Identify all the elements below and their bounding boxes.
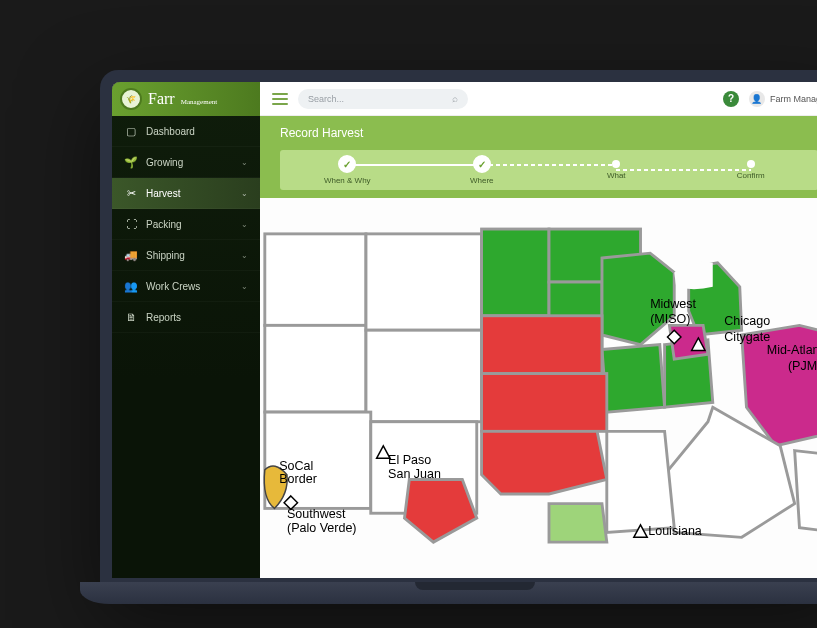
map-label: (Palo Verde)	[287, 521, 357, 535]
topbar: Search... ⌕ ? 👤 Farm Manage	[260, 82, 817, 116]
search-icon: ⌕	[452, 93, 458, 104]
map-label: Mid-Atlantic	[767, 343, 817, 357]
sidebar-item-work-crews[interactable]: 👥Work Crews⌄	[112, 271, 260, 302]
map-label: Citygate	[724, 330, 770, 344]
step-connector	[347, 164, 482, 166]
brand-name: Farr	[148, 90, 175, 108]
sidebar-item-label: Growing	[146, 157, 183, 168]
brand-sub: Management	[181, 98, 218, 106]
sidebar: 🌾 Farr Management ▢Dashboard🌱Growing⌄✂Ha…	[112, 82, 260, 578]
map-label: Southwest	[287, 507, 346, 521]
map-label: Border	[279, 472, 317, 486]
sidebar-item-dashboard[interactable]: ▢Dashboard	[112, 116, 260, 147]
state-shape[interactable]	[795, 451, 817, 533]
map-label: Midwest	[650, 297, 696, 311]
region-green[interactable]	[602, 345, 665, 412]
workcrews-icon: 👥	[124, 279, 138, 293]
region-red[interactable]	[405, 480, 477, 543]
region-red[interactable]	[482, 316, 602, 374]
reports-icon: 🗎	[124, 310, 138, 324]
packing-icon: ⛶	[124, 217, 138, 231]
step-what[interactable]: What	[549, 160, 684, 180]
region-red[interactable]	[482, 374, 607, 432]
growing-icon: 🌱	[124, 155, 138, 169]
sidebar-item-label: Dashboard	[146, 126, 195, 137]
map-label: (PJM)	[788, 359, 817, 373]
search-input[interactable]: Search... ⌕	[298, 89, 468, 109]
chevron-down-icon: ⌄	[241, 220, 248, 229]
map-label: El Paso	[388, 453, 431, 467]
lake	[674, 262, 713, 290]
chevron-down-icon: ⌄	[241, 251, 248, 260]
user-label: Farm Manage	[770, 94, 817, 104]
step-node-icon	[473, 155, 491, 173]
state-shape[interactable]	[265, 234, 366, 326]
step-label: Where	[470, 176, 494, 185]
region-lightgreen[interactable]	[549, 504, 607, 543]
search-placeholder: Search...	[308, 94, 344, 104]
step-node-icon	[612, 160, 620, 168]
sidebar-item-packing[interactable]: ⛶Packing⌄	[112, 209, 260, 240]
app-screen: 🌾 Farr Management ▢Dashboard🌱Growing⌄✂Ha…	[112, 82, 817, 578]
region-red[interactable]	[482, 431, 607, 494]
step-where[interactable]: Where	[415, 155, 550, 185]
page-title: Record Harvest	[280, 126, 817, 140]
sidebar-item-label: Packing	[146, 219, 182, 230]
step-when-why[interactable]: When & Why	[280, 155, 415, 185]
map-label: (MISO)	[650, 312, 690, 326]
subheader: Record Harvest When & WhyWhereWhatConfir…	[260, 116, 817, 198]
chevron-down-icon: ⌄	[241, 189, 248, 198]
sidebar-item-label: Shipping	[146, 250, 185, 261]
map-label: San Juan	[388, 467, 441, 481]
laptop-base	[80, 582, 817, 604]
brand-logo-icon: 🌾	[120, 88, 142, 110]
shipping-icon: 🚚	[124, 248, 138, 262]
state-shape[interactable]	[366, 330, 482, 422]
state-shape[interactable]	[366, 234, 482, 330]
chevron-down-icon: ⌄	[241, 158, 248, 167]
sidebar-item-shipping[interactable]: 🚚Shipping⌄	[112, 240, 260, 271]
dashboard-icon: ▢	[124, 124, 138, 138]
state-shape[interactable]	[265, 325, 366, 412]
sidebar-item-label: Harvest	[146, 188, 180, 199]
chevron-down-icon: ⌄	[241, 282, 248, 291]
step-connector	[482, 164, 617, 166]
sidebar-item-growing[interactable]: 🌱Growing⌄	[112, 147, 260, 178]
region-map[interactable]: Midwest(MISO)ChicagoCitygateMid-Atlantic…	[260, 198, 817, 578]
map-label: Louisiana	[648, 524, 702, 538]
brand-row: 🌾 Farr Management	[112, 82, 260, 116]
sidebar-item-label: Reports	[146, 312, 181, 323]
step-label: What	[607, 171, 626, 180]
avatar-icon: 👤	[749, 91, 765, 107]
region-green[interactable]	[482, 229, 549, 316]
help-button[interactable]: ?	[723, 91, 739, 107]
main-pane: Search... ⌕ ? 👤 Farm Manage Record Harve…	[260, 82, 817, 578]
step-node-icon	[747, 160, 755, 168]
state-shape[interactable]	[607, 431, 674, 532]
user-menu[interactable]: 👤 Farm Manage	[749, 91, 817, 107]
stepper: When & WhyWhereWhatConfirm	[280, 150, 817, 190]
step-node-icon	[338, 155, 356, 173]
menu-toggle-icon[interactable]	[272, 93, 288, 105]
sidebar-item-harvest[interactable]: ✂Harvest⌄	[112, 178, 260, 209]
step-connector	[616, 169, 751, 171]
step-label: Confirm	[737, 171, 765, 180]
sidebar-item-reports[interactable]: 🗎Reports	[112, 302, 260, 333]
laptop-frame: 🌾 Farr Management ▢Dashboard🌱Growing⌄✂Ha…	[100, 70, 817, 590]
harvest-icon: ✂	[124, 186, 138, 200]
map-label: SoCal	[279, 459, 313, 473]
sidebar-item-label: Work Crews	[146, 281, 200, 292]
map-pane[interactable]: Midwest(MISO)ChicagoCitygateMid-Atlantic…	[260, 198, 817, 578]
map-label: Chicago	[724, 314, 770, 328]
step-label: When & Why	[324, 176, 371, 185]
